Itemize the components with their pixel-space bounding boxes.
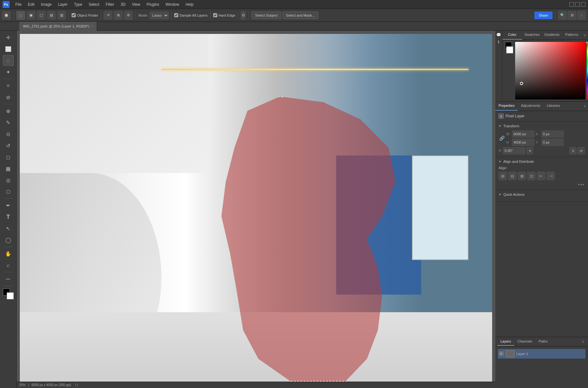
object-finder-checkbox[interactable]: [72, 13, 76, 17]
menu-edit[interactable]: Edit: [25, 2, 37, 7]
tab-libraries[interactable]: Libraries: [544, 102, 563, 111]
lasso-tool[interactable]: ◌: [3, 55, 14, 66]
shape-tool[interactable]: ◯: [3, 234, 14, 245]
strip-message-icon[interactable]: 💬: [496, 33, 501, 37]
menu-select[interactable]: Select: [86, 2, 102, 7]
align-arrow[interactable]: ▼: [499, 160, 501, 163]
menu-view[interactable]: View: [129, 2, 143, 7]
type-tool[interactable]: T: [3, 211, 14, 222]
home-button[interactable]: 🏠: [2, 11, 11, 20]
move-tool[interactable]: ✛: [3, 32, 14, 43]
color-gradient-picker[interactable]: [515, 42, 585, 99]
intersect-btn[interactable]: ▤: [47, 11, 56, 20]
background-color[interactable]: [7, 292, 14, 299]
tab-gradients[interactable]: Gradients: [542, 31, 562, 40]
exclude-btn[interactable]: ▥: [57, 11, 66, 20]
y-input[interactable]: 0 px: [541, 139, 564, 146]
maximize-btn[interactable]: [575, 2, 580, 7]
bg-swatch[interactable]: [506, 46, 513, 53]
zoom-tool[interactable]: ⌕: [3, 260, 14, 271]
tool-options-btn[interactable]: □: [16, 11, 25, 20]
align-left-btn[interactable]: ⊞: [499, 172, 507, 180]
settings-btn[interactable]: ⚙: [124, 11, 133, 20]
lasso-select[interactable]: Lasso: [150, 12, 169, 19]
bottom-panel-collapse[interactable]: ≡: [580, 337, 586, 346]
align-center-btn[interactable]: ⊟: [508, 172, 516, 180]
extra-tools[interactable]: •••: [3, 273, 14, 284]
menu-image[interactable]: Image: [38, 2, 54, 7]
output-btn[interactable]: ⊟: [241, 11, 246, 20]
tab-patterns[interactable]: Patterns: [562, 31, 582, 40]
doc-tab-close[interactable]: ×: [91, 24, 93, 28]
height-input[interactable]: 4000 px: [512, 139, 534, 146]
rotation-dropdown[interactable]: ▾: [527, 147, 533, 154]
blur-tool[interactable]: ◎: [3, 175, 14, 186]
tab-swatches[interactable]: Swatches: [522, 31, 542, 40]
tab-adjustments[interactable]: Adjustments: [518, 102, 544, 111]
color-swatch-area[interactable]: [3, 289, 14, 299]
clone-tool[interactable]: ⊙: [3, 129, 14, 139]
layer-item-1[interactable]: 👁 Layer 1: [498, 349, 585, 359]
menu-type[interactable]: Type: [71, 2, 85, 7]
flip-v-btn[interactable]: ⇄: [578, 147, 585, 154]
align-top-btn[interactable]: ⊡: [527, 172, 536, 180]
arrange-btn[interactable]: ⊟: [568, 11, 576, 20]
hard-edge-checkbox[interactable]: [213, 13, 217, 17]
more-options-btn[interactable]: •••: [578, 182, 585, 187]
refresh-btn[interactable]: ↺: [104, 11, 112, 20]
menu-layer[interactable]: Layer: [55, 2, 70, 7]
menu-file[interactable]: File: [13, 2, 24, 7]
subtract-btn[interactable]: ▢: [37, 11, 46, 20]
heal-tool[interactable]: ⊕: [3, 106, 14, 116]
brush-tool[interactable]: ✎: [3, 117, 14, 128]
color-panel-collapse[interactable]: ≡: [582, 31, 588, 40]
marquee-tool[interactable]: ⬜: [3, 44, 14, 54]
link-proportions-icon[interactable]: 🔗: [499, 136, 505, 140]
path-select-tool[interactable]: ↖: [3, 223, 14, 234]
minimize-btn[interactable]: [569, 2, 574, 7]
close-btn[interactable]: [581, 2, 585, 7]
qa-arrow[interactable]: ▼: [499, 193, 501, 196]
align-bottom-btn[interactable]: ⊣: [546, 172, 555, 180]
transform-arrow[interactable]: ▼: [499, 124, 501, 128]
tab-paths[interactable]: Paths: [536, 337, 551, 346]
menu-filter[interactable]: Filter: [103, 2, 117, 7]
align-middle-btn[interactable]: ⊢: [537, 172, 545, 180]
hand-tool[interactable]: ✋: [3, 248, 14, 259]
tab-color[interactable]: Color: [502, 31, 522, 40]
sample-all-layers-checkbox[interactable]: [174, 13, 178, 17]
share-btn[interactable]: Share: [534, 12, 553, 19]
color-spectrum[interactable]: [587, 42, 588, 99]
gradient-tool[interactable]: ▦: [3, 163, 14, 174]
search-btn[interactable]: 🔍: [558, 11, 567, 20]
dodge-tool[interactable]: ⬡: [3, 186, 14, 197]
menu-plugins[interactable]: Plugins: [144, 2, 162, 7]
eyedropper-tool[interactable]: ⊘: [3, 92, 14, 103]
new-btn[interactable]: ▣: [27, 11, 35, 20]
select-mask-btn[interactable]: Select and Mask...: [282, 12, 319, 19]
tab-properties[interactable]: Properties: [495, 102, 518, 111]
tab-channels[interactable]: Channels: [514, 337, 535, 346]
eraser-tool[interactable]: ◻: [3, 152, 14, 162]
frame-btn[interactable]: ⊞: [114, 11, 123, 20]
magic-wand-tool[interactable]: ✦: [3, 67, 14, 77]
history-brush-tool[interactable]: ↺: [3, 140, 14, 151]
layer-visibility-icon[interactable]: 👁: [499, 352, 504, 356]
flip-h-btn[interactable]: ⇅: [569, 147, 576, 154]
share-icon-btn[interactable]: ↑: [577, 11, 586, 20]
doc-tab[interactable]: IMG_2761.psdc @ 25% (Layer 1, RGB/8*) ×: [19, 22, 97, 31]
crop-tool[interactable]: ⌗: [3, 80, 14, 91]
props-panel-collapse[interactable]: ≡: [582, 102, 588, 111]
rotation-input[interactable]: [503, 147, 525, 154]
menu-3d[interactable]: 3D: [118, 2, 128, 7]
strip-info-icon[interactable]: ℹ: [498, 40, 499, 44]
pen-tool[interactable]: ✒: [3, 200, 14, 211]
width-input[interactable]: 6000 px: [512, 131, 534, 138]
menu-help[interactable]: Help: [183, 2, 196, 7]
menu-window[interactable]: Window: [163, 2, 182, 7]
canvas-area[interactable]: 25% | 6000 px x 4000 px (300 ppi) ⟨ ⟩: [17, 31, 495, 388]
x-input[interactable]: 0 px: [541, 131, 564, 138]
tab-layers[interactable]: Layers: [497, 337, 514, 346]
select-subject-btn[interactable]: Select Subject: [251, 12, 281, 19]
align-right-btn[interactable]: ⊠: [518, 172, 526, 180]
